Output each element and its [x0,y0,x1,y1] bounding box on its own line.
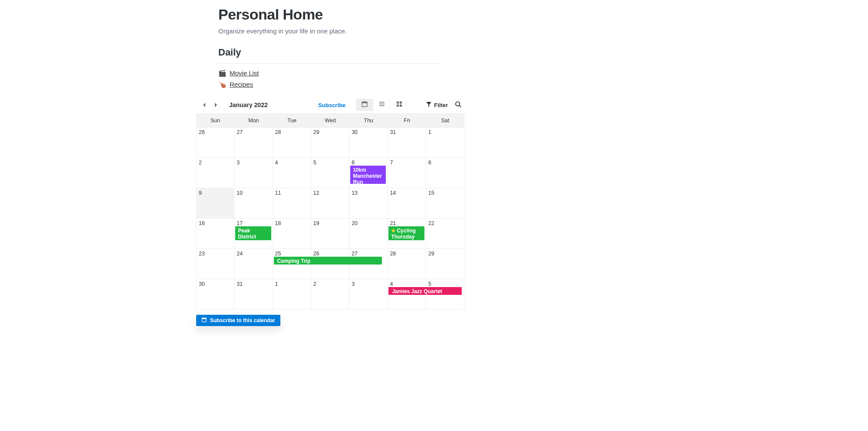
date-number: 16 [197,220,234,226]
date-number: 9 [197,190,234,196]
date-number: 26 [197,129,234,135]
day-cell[interactable]: 6 10km Manchester Run [349,158,388,188]
date-number: 4 [388,281,425,287]
day-cell[interactable]: 29 [311,127,349,158]
date-number: 1 [426,129,464,135]
date-number: 4 [273,160,311,166]
search-button[interactable] [454,101,462,109]
date-number: 30 [349,129,387,135]
date-number: 25 [273,251,311,257]
date-number: 6 [349,160,387,166]
subscribe-calendar-button[interactable]: Subscribe to this calendar [196,315,280,326]
list-icon [378,101,385,109]
day-cell[interactable]: 28 [273,127,311,158]
grid-icon [396,101,403,109]
day-cell[interactable]: 27 [234,127,273,158]
day-cell[interactable]: 4 [273,158,311,188]
date-number: 1 [273,281,311,287]
list-item: 🍗 Recipes [218,79,443,90]
funnel-icon [426,102,431,108]
day-cell[interactable]: 30 [349,127,388,158]
day-cell[interactable]: 31 [234,279,273,310]
dow-wed: Wed [311,114,349,127]
view-grid-button[interactable] [391,99,408,111]
day-cell[interactable]: 21 ★Cycling Thursday [388,219,426,249]
date-number: 17 [234,220,272,226]
day-cell[interactable]: 10 [234,188,273,219]
date-number: 5 [426,281,464,287]
day-cell[interactable]: 5 [311,158,349,188]
dow-sat: Sat [426,114,464,127]
day-cell[interactable]: 11 [273,188,311,219]
calendar: January 2022 Subscribe [196,96,464,310]
svg-line-12 [459,105,461,107]
event-10km-run[interactable]: 10km Manchester Run [350,166,386,184]
day-cell[interactable]: 17 Peak District Walk [234,219,273,249]
view-list-button[interactable] [373,99,391,111]
date-number: 5 [311,160,349,166]
day-cell[interactable]: 2 [311,279,349,310]
day-cell[interactable]: 2 [196,158,234,188]
day-cell[interactable]: 22 [426,219,464,249]
svg-rect-3 [365,101,366,103]
day-cell[interactable]: 23 [196,249,234,279]
filter-button[interactable]: Filter [426,102,448,108]
day-cell[interactable]: 20 [349,219,388,249]
calendar-toolbar: January 2022 Subscribe [196,96,464,114]
date-number: 22 [426,220,464,226]
date-number: 7 [388,160,425,166]
event-cycling-thursday[interactable]: ★Cycling Thursday [388,226,424,240]
date-number: 11 [273,190,311,196]
day-cell[interactable]: 13 [349,188,388,219]
event-jamies-jazz-quartet[interactable]: Jamies Jazz Quartet [388,287,462,295]
date-number: 23 [197,251,234,257]
date-number: 30 [197,281,234,287]
date-number: 13 [349,190,387,196]
day-cell[interactable]: 19 [311,219,349,249]
day-cell[interactable]: 3 [234,158,273,188]
event-peak-district-walk[interactable]: Peak District Walk [235,226,271,240]
day-cell[interactable]: 31 [388,127,426,158]
day-cell-today[interactable]: 9 [196,188,234,219]
day-cell[interactable]: 29 [426,249,464,279]
date-number: 27 [234,129,272,135]
event-camping-trip[interactable]: Camping Trip [274,257,382,264]
day-cell[interactable]: 4 Jamies Jazz Quartet [388,279,426,310]
day-cell[interactable]: 12 [311,188,349,219]
day-cell[interactable]: 8 [426,158,464,188]
next-month-button[interactable] [212,101,220,109]
day-cell[interactable]: 24 [234,249,273,279]
day-cell[interactable]: 26 [196,127,234,158]
divider [218,63,443,64]
view-month-button[interactable] [356,99,373,111]
dow-fri: Fri [388,114,426,127]
day-cell[interactable]: 14 [388,188,426,219]
dow-thu: Thu [349,114,388,127]
day-cell[interactable]: 30 [196,279,234,310]
date-number: 31 [234,281,272,287]
day-cell[interactable]: 7 [388,158,426,188]
day-cell[interactable]: 15 [426,188,464,219]
link-movie-list[interactable]: Movie List [230,68,259,78]
date-number: 3 [349,281,387,287]
filter-label: Filter [434,102,448,108]
svg-rect-7 [397,101,399,104]
day-cell[interactable]: 28 [388,249,426,279]
day-cell[interactable]: 18 [273,219,311,249]
date-number: 15 [426,190,464,196]
prev-month-button[interactable] [201,101,208,109]
star-icon: ★ [391,228,396,234]
date-number: 31 [388,129,425,135]
day-cell[interactable]: 1 [426,127,464,158]
subscribe-link[interactable]: Subscribe [318,102,345,108]
date-number: 12 [311,190,349,196]
page-subtitle: Organize everything in your life in one … [218,27,443,35]
day-cell[interactable]: 16 [196,219,234,249]
date-number: 8 [426,160,464,166]
link-recipes[interactable]: Recipes [230,79,253,90]
day-cell[interactable]: 25 Camping Trip [273,249,311,279]
day-cell[interactable]: 1 [273,279,311,310]
day-cell[interactable]: 3 [349,279,388,310]
svg-rect-9 [397,104,399,107]
svg-rect-10 [400,104,402,107]
